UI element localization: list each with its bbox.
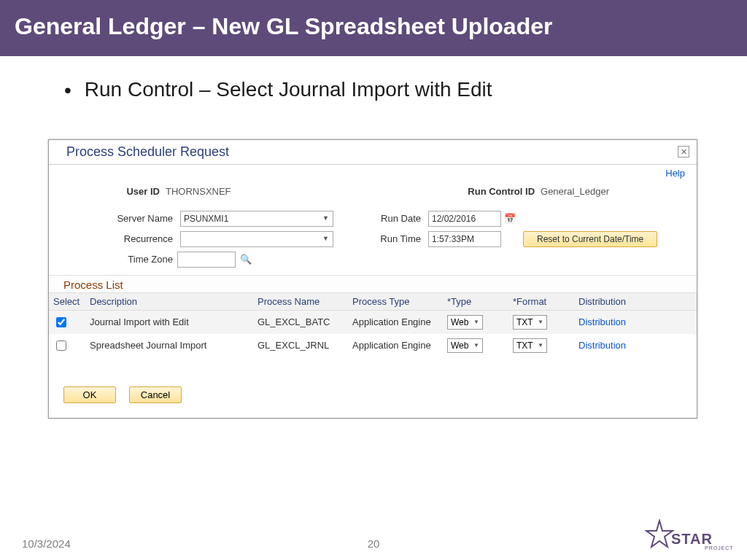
col-description: Description bbox=[85, 292, 253, 310]
timezone-input[interactable] bbox=[177, 252, 236, 268]
run-time-label: Run Time bbox=[341, 233, 421, 244]
col-process-type: Process Type bbox=[348, 292, 443, 310]
recurrence-label: Recurrence bbox=[85, 233, 173, 244]
col-distribution: Distribution bbox=[574, 292, 697, 310]
calendar-icon[interactable]: 📅 bbox=[504, 213, 516, 225]
server-name-label: Server Name bbox=[85, 213, 173, 224]
run-date-input[interactable] bbox=[428, 211, 501, 227]
row-description: Spreadsheet Journal Import bbox=[85, 334, 253, 357]
row-process-type: Application Engine bbox=[348, 310, 443, 334]
run-control-id-value: General_Ledger bbox=[541, 186, 609, 197]
process-list-table: Select Description Process Name Process … bbox=[49, 292, 697, 357]
row-select-checkbox[interactable] bbox=[56, 317, 66, 327]
row-distribution-link[interactable]: Distribution bbox=[578, 316, 626, 327]
process-scheduler-dialog: Process Scheduler Request ✕ Help User ID… bbox=[48, 139, 697, 419]
slide-header: General Ledger – New GL Spreadsheet Uplo… bbox=[0, 0, 747, 56]
footer-date: 10/3/2024 bbox=[22, 537, 71, 550]
process-list-title: Process List bbox=[49, 275, 697, 292]
col-select: Select bbox=[49, 292, 85, 310]
server-name-select[interactable]: PSUNXMI1 bbox=[180, 211, 333, 227]
row-type-select[interactable]: Web bbox=[447, 338, 483, 353]
svg-text:PROJECT: PROJECT bbox=[705, 545, 732, 551]
run-date-label: Run Date bbox=[341, 213, 421, 224]
help-link[interactable]: Help bbox=[665, 168, 685, 179]
user-id-value: THORNSXNEF bbox=[166, 186, 231, 197]
col-process-name: Process Name bbox=[253, 292, 348, 310]
lookup-icon[interactable]: 🔍 bbox=[240, 254, 252, 265]
row-format-select[interactable]: TXT bbox=[513, 338, 547, 353]
row-description: Journal Import with Edit bbox=[85, 310, 253, 334]
run-time-input[interactable] bbox=[428, 231, 501, 247]
svg-marker-0 bbox=[646, 521, 673, 547]
col-format: *Format bbox=[508, 292, 574, 310]
slide-body: • Run Control – Select Journal Import wi… bbox=[0, 56, 747, 419]
reset-datetime-button[interactable]: Reset to Current Date/Time bbox=[523, 231, 657, 247]
dialog-titlebar: Process Scheduler Request ✕ bbox=[49, 140, 697, 165]
bullet-dot: • bbox=[64, 78, 71, 103]
svg-text:STAR: STAR bbox=[671, 531, 713, 547]
table-row: Journal Import with Edit GL_EXCL_BATC Ap… bbox=[49, 310, 697, 334]
ok-button[interactable]: OK bbox=[63, 386, 116, 403]
row-process-name: GL_EXCL_BATC bbox=[253, 310, 348, 334]
row-format-select[interactable]: TXT bbox=[513, 315, 547, 330]
row-select-checkbox[interactable] bbox=[56, 341, 66, 351]
id-fields-row: User ID THORNSXNEF Run Control ID Genera… bbox=[49, 180, 697, 203]
row-process-name: GL_EXCL_JRNL bbox=[253, 334, 348, 357]
row-type-select[interactable]: Web bbox=[447, 315, 483, 330]
bullet-text: Run Control – Select Journal Import with… bbox=[85, 78, 492, 101]
help-row: Help bbox=[49, 165, 697, 180]
timezone-label: Time Zone bbox=[85, 254, 173, 265]
slide-title: General Ledger – New GL Spreadsheet Uplo… bbox=[15, 13, 732, 40]
cancel-button[interactable]: Cancel bbox=[129, 386, 182, 403]
close-icon[interactable]: ✕ bbox=[678, 146, 689, 158]
recurrence-select[interactable] bbox=[180, 231, 333, 247]
col-type: *Type bbox=[443, 292, 508, 310]
timezone-row: Time Zone 🔍 bbox=[49, 252, 697, 275]
row-distribution-link[interactable]: Distribution bbox=[578, 340, 626, 351]
run-settings-grid: Server Name PSUNXMI1 Run Date 📅 Recurren… bbox=[49, 203, 697, 252]
slide-footer: 10/3/2024 20 bbox=[0, 537, 747, 550]
bullet-item: • Run Control – Select Journal Import wi… bbox=[44, 78, 703, 103]
run-control-id-label: Run Control ID bbox=[454, 186, 535, 197]
table-row: Spreadsheet Journal Import GL_EXCL_JRNL … bbox=[49, 334, 697, 357]
dialog-button-row: OK Cancel bbox=[49, 357, 697, 418]
row-process-type: Application Engine bbox=[348, 334, 443, 357]
dialog-title: Process Scheduler Request bbox=[66, 144, 229, 160]
star-project-logo: STAR PROJECT bbox=[645, 519, 732, 556]
user-id-label: User ID bbox=[107, 186, 160, 197]
footer-page-number: 20 bbox=[368, 537, 380, 550]
